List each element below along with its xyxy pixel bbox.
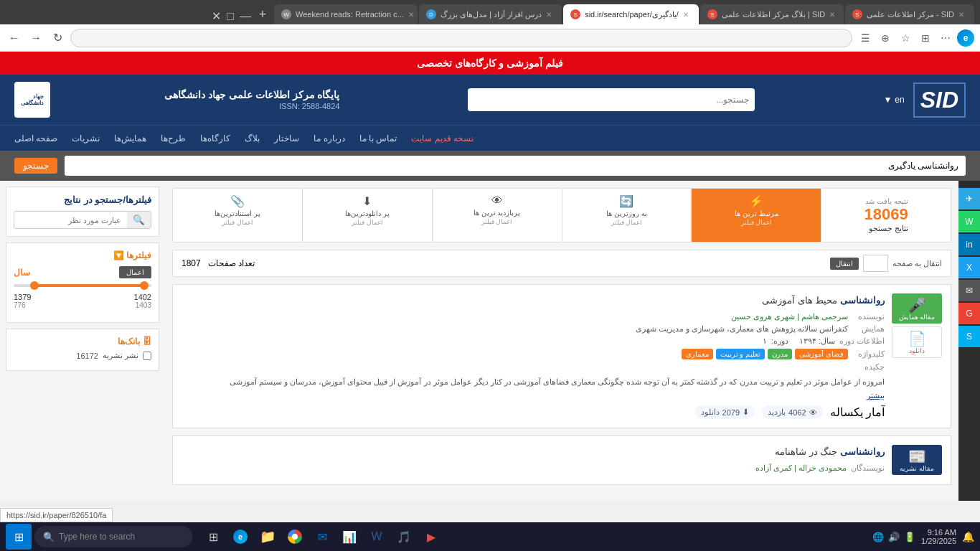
sort-tab-relevant[interactable]: ⚡ مرتبط ترین ها اعمال فیلتر — [691, 189, 821, 242]
taskbar-app-8[interactable]: ▶ — [419, 524, 443, 549]
tab-5-close[interactable]: ✕ — [408, 11, 414, 19]
go-button[interactable]: انتقال — [830, 258, 859, 270]
nav-workshops[interactable]: کارگاه‌ها — [200, 133, 230, 143]
skype-share-button[interactable]: S — [958, 326, 980, 347]
refresh-button[interactable]: ↻ — [49, 29, 66, 47]
twitter-share-button[interactable]: X — [958, 257, 980, 278]
taskbar-search-text: Type here to search — [59, 532, 135, 542]
paper-1-conference[interactable]: کنفرانس سالانه پژوهش های معماری، شهرسازی… — [636, 324, 848, 334]
nav-plans[interactable]: طرح‌ها — [161, 133, 186, 143]
paper-2-title[interactable]: روانشناسی جنگ در شاهنامه — [182, 445, 885, 459]
nav-structure[interactable]: ساختار — [274, 133, 299, 143]
tab-3-close[interactable]: ✕ — [683, 11, 689, 19]
taskbar-excel-app[interactable]: 📊 — [337, 524, 362, 549]
date-display: 1/29/2025 — [921, 537, 956, 545]
paper-1-author[interactable]: سرجمی هاشم | شهری هروی حسین — [731, 312, 848, 321]
sort-tab-total[interactable]: نتیجه یافت شد 18069 نتایج جستجو — [821, 189, 951, 242]
paper-1-title[interactable]: روانشناسی محیط های آموزشی — [182, 293, 885, 308]
taskbar-chrome-app[interactable] — [283, 524, 307, 549]
nav-conferences[interactable]: همایش‌ها — [114, 133, 146, 143]
back-button[interactable]: ← — [6, 29, 23, 47]
range-thumb-right[interactable] — [140, 281, 149, 290]
tag-modern[interactable]: مدرن — [768, 349, 792, 359]
tab-2-close[interactable]: ✕ — [829, 11, 835, 19]
sidebar-search-input[interactable] — [14, 213, 127, 227]
taskbar-mail-app[interactable]: ✉ — [310, 524, 334, 549]
network-icon[interactable]: 🌐 — [872, 532, 884, 542]
taskbar-word-app[interactable]: W — [364, 524, 389, 549]
sort-tab-mostcited[interactable]: 📎 پر استنادترین‌ها اعمال فیلتر — [173, 189, 302, 242]
taskbar-clock[interactable]: 9:16 AM 1/29/2025 — [921, 528, 956, 545]
sort-tab-newest[interactable]: 🔄 به روزترین ها اعمال فیلتر — [562, 189, 692, 242]
telegram-share-button[interactable]: ✈ — [958, 188, 980, 209]
tag-fazaye-amozeshi[interactable]: فضای آموزشی — [795, 349, 848, 359]
forward-button[interactable]: → — [27, 29, 44, 47]
taskbar-search-icon: 🔍 — [43, 532, 55, 542]
close-button[interactable]: ✕ — [212, 9, 221, 23]
start-button[interactable]: ⊞ — [6, 524, 32, 550]
email-share-button[interactable]: ✉ — [958, 280, 980, 301]
year-apply-button[interactable]: اعمال — [119, 266, 151, 278]
tab-4-close[interactable]: ✕ — [546, 11, 552, 19]
nav-home[interactable]: صفحه اصلی — [14, 133, 57, 143]
new-tab-button[interactable]: + — [253, 4, 273, 24]
settings-button[interactable]: ⋯ — [937, 29, 954, 47]
maximize-button[interactable]: □ — [227, 10, 234, 23]
tab-3[interactable]: S sid.ir/search/paper/یادگیری/ ✕ — [563, 4, 699, 24]
linkedin-share-button[interactable]: in — [958, 234, 980, 255]
sort-tab-mostviewed[interactable]: 👁 پربازدید ترین ها اعمال فیلتر — [432, 189, 562, 242]
bank-1-checkbox[interactable] — [143, 352, 151, 360]
taskbar-explorer-app[interactable]: 📁 — [255, 524, 280, 549]
favorite-button[interactable]: ☆ — [897, 29, 914, 47]
volume-icon[interactable]: 🔊 — [888, 532, 900, 542]
taskbar-edge-app[interactable]: e — [228, 524, 253, 549]
article-badge[interactable]: 📰 مقاله نشریه — [892, 445, 942, 475]
conference-badge[interactable]: 🎤 مقاله همایش — [892, 293, 942, 324]
nav-blog[interactable]: بلاگ — [245, 133, 260, 143]
tab-1[interactable]: S مرکز اطلاعات علمی - SID ✕ — [845, 4, 974, 24]
range-thumb-left[interactable] — [30, 281, 39, 290]
address-bar-input[interactable]: https://sid.ir/search/paper/روانشناسی%20… — [70, 29, 852, 47]
taskbar-app-7[interactable]: 🎵 — [392, 524, 416, 549]
tag-education[interactable]: تعلیم و تربیت — [716, 349, 765, 359]
tab-5-favicon: W — [281, 9, 291, 19]
nav-publications[interactable]: نشریات — [72, 133, 100, 143]
collections-button[interactable]: ⊞ — [917, 29, 934, 47]
taskbar-search-bar[interactable]: 🔍 Type here to search — [34, 526, 192, 547]
search-submit-button[interactable]: جستجو — [14, 158, 57, 174]
relevant-icon: ⚡ — [749, 194, 763, 208]
taskbar-task-view[interactable]: ⊞ — [201, 524, 225, 549]
pdf-badge[interactable]: 📄 دانلود — [892, 326, 942, 358]
nav-old-version[interactable]: نسخه قدیم سایت — [411, 133, 473, 143]
tab-5[interactable]: W Weekend reads: Retraction c... ✕ — [274, 4, 418, 24]
tag-architecture[interactable]: معماری — [682, 349, 713, 359]
tab-4[interactable]: D درس افزار آزاد | مدل‌های بزرگ ✕ — [419, 4, 562, 24]
tab-2[interactable]: S بلاگ مرکز اطلاعات علمی | SID ✕ — [700, 4, 844, 24]
nav-contact[interactable]: تماس با ما — [359, 133, 397, 143]
paper-1-more-link[interactable]: بیشتر — [867, 391, 885, 400]
tab-1-close[interactable]: ✕ — [958, 11, 964, 19]
sidebar-search-button[interactable]: 🔍 — [127, 212, 151, 228]
language-selector[interactable]: en ▼ — [883, 95, 904, 105]
header-search-bar[interactable] — [468, 88, 755, 111]
battery-icon: 🔋 — [904, 532, 915, 542]
paper-1-keywords-row: کلیدواژه فضای آموزشی مدرن تعلیم و تربیت … — [182, 349, 885, 359]
reader-mode-button[interactable]: ☰ — [857, 29, 874, 47]
page-input[interactable]: 3 — [863, 255, 888, 272]
sort-tab-mostdownloaded[interactable]: ⬇ پر دانلودترین‌ها اعمال فیلتر — [302, 189, 432, 242]
nav-about[interactable]: درباره ما — [314, 133, 344, 143]
sid-logo[interactable]: SID — [913, 83, 966, 118]
add-to-sidebar-button[interactable]: ⊕ — [877, 29, 894, 47]
top-banner[interactable]: فیلم آموزشی و کارگاه‌های تخصصی — [0, 52, 980, 75]
tab-3-label: sid.ir/search/paper/یادگیری/ — [585, 10, 679, 19]
notification-icon[interactable]: 🔔 — [962, 531, 974, 542]
minimize-button[interactable]: — — [240, 10, 251, 23]
paper-2-author-row: نویسندگان محمودی خراله | کمری آزاده — [182, 463, 885, 473]
search-filter-input[interactable] — [65, 156, 966, 176]
gmail-share-button[interactable]: G — [958, 303, 980, 324]
site-title: پایگاه مرکز اطلاعات علمی جهاد دانشگاهی — [164, 89, 339, 100]
paper-2-author[interactable]: محمودی خراله | کمری آزاده — [755, 463, 847, 473]
mail-icon: ✉ — [318, 530, 327, 544]
whatsapp-share-button[interactable]: W — [958, 211, 980, 232]
header-search-input[interactable] — [468, 95, 755, 105]
